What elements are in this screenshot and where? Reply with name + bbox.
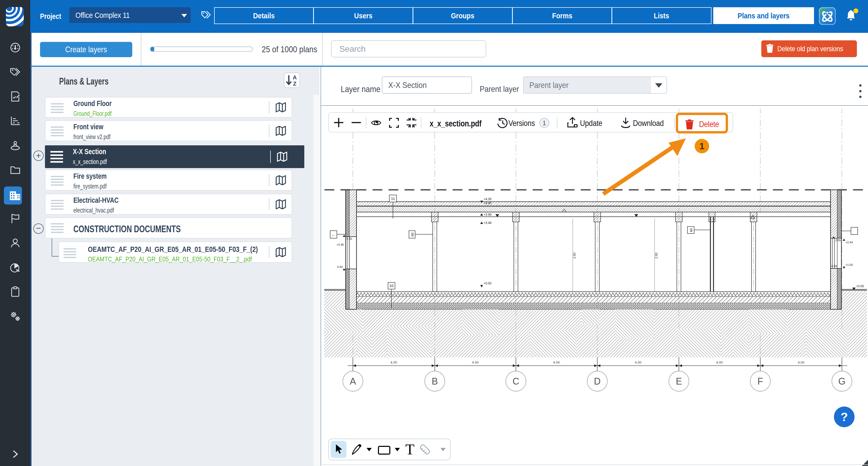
svg-text:0.93: 0.93: [831, 265, 837, 268]
svg-text:D: D: [594, 376, 601, 387]
svg-text:2.55: 2.55: [346, 237, 352, 240]
svg-text:2.90: 2.90: [573, 253, 576, 259]
svg-text:←: ←: [332, 232, 336, 237]
svg-text:11: 11: [391, 196, 395, 201]
svg-text:+2.45: +2.45: [337, 243, 344, 246]
svg-text:4.00: 4.00: [798, 360, 804, 365]
svg-text:60: 60: [410, 233, 414, 236]
svg-text:G: G: [838, 376, 845, 387]
svg-text:E: E: [676, 376, 682, 387]
svg-text:+0.00: +0.00: [484, 282, 492, 285]
svg-text:A: A: [293, 74, 297, 81]
svg-text:+4.35: +4.35: [484, 197, 492, 201]
svg-text:4.00: 4.00: [472, 360, 478, 365]
svg-text:C: C: [513, 376, 519, 387]
svg-text:4.00: 4.00: [716, 360, 722, 365]
svg-text:F: F: [757, 376, 763, 387]
svg-text:0.93: 0.93: [337, 265, 343, 268]
svg-text:Z: Z: [293, 81, 296, 87]
svg-text:B: B: [432, 376, 438, 387]
svg-text:10: 10: [389, 284, 394, 288]
svg-text:4.00: 4.00: [390, 360, 397, 365]
svg-text:4.00: 4.00: [553, 360, 560, 365]
svg-text:+4.40: +4.40: [484, 201, 492, 205]
svg-text:2.55: 2.55: [835, 239, 841, 242]
svg-text:+3.98: +3.98: [484, 213, 492, 216]
svg-text:+0.00: +0.00: [856, 285, 864, 288]
svg-text:+2.44: +2.44: [845, 241, 853, 244]
svg-text:+1.00: +1.00: [845, 263, 853, 266]
svg-text:+3.48: +3.48: [484, 221, 492, 225]
svg-text:A: A: [350, 376, 356, 387]
svg-text:2.90: 2.90: [655, 253, 658, 259]
svg-text:60: 60: [689, 228, 693, 232]
svg-text:4.00: 4.00: [635, 360, 641, 365]
